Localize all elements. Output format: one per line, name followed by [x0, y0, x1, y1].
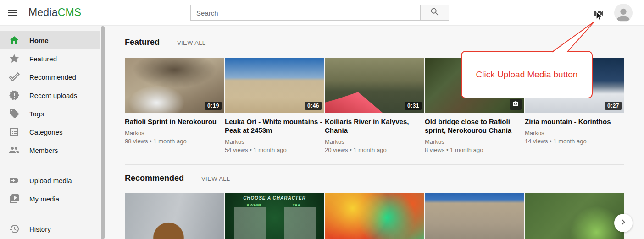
app-logo[interactable]: MediaCMS: [28, 6, 81, 19]
upload-media-icon[interactable]: [593, 8, 604, 19]
video-thumbnail[interactable]: [325, 193, 424, 239]
duration-badge: 0:46: [305, 102, 322, 110]
duration-badge: 0:31: [405, 102, 422, 110]
view-all-link[interactable]: VIEW ALL: [201, 175, 230, 182]
sidebar-item-label: Recent uploads: [29, 92, 77, 99]
video-card[interactable]: [325, 193, 424, 239]
video-author[interactable]: Markos: [125, 130, 224, 136]
video-card[interactable]: 0:31 Koiliaris River in Kalyves, Chania …: [325, 58, 424, 153]
instruction-tooltip: Click Upload Media button: [461, 51, 593, 98]
search-icon: [430, 7, 440, 19]
recommended-row: CHOOSE A CHARACTER KWAME YAA Selected Se…: [125, 193, 624, 239]
sidebar-item-my-media[interactable]: My media: [0, 190, 100, 208]
video-card[interactable]: 0:46 Leuka Ori - White mountains - Peak …: [225, 58, 324, 153]
star-icon: [9, 53, 20, 64]
list-icon: [9, 126, 20, 137]
home-icon: [9, 35, 20, 46]
search-button[interactable]: [420, 5, 449, 21]
video-title[interactable]: Koiliaris River in Kalyves, Chania: [325, 117, 424, 135]
check-icon: [9, 71, 20, 82]
video-call-icon: [9, 175, 20, 186]
new-releases-icon: [9, 90, 20, 101]
sidebar-item-label: Categories: [29, 128, 63, 136]
chevron-right-icon: [618, 217, 628, 229]
video-thumbnail[interactable]: [125, 193, 224, 239]
sidebar-item-home[interactable]: Home: [0, 31, 100, 49]
video-thumbnail[interactable]: 0:19: [125, 58, 224, 113]
thumbnail-text: KWAME: [239, 203, 270, 207]
recommended-section: Recommended VIEW ALL CHOOSE A CHARACTER …: [105, 174, 644, 239]
sidebar-item-label: Recommended: [29, 73, 76, 81]
thumbnail-text: YAA: [281, 203, 312, 207]
section-divider: [125, 164, 624, 165]
video-library-icon: [9, 193, 20, 204]
video-thumbnail[interactable]: CHOOSE A CHARACTER KWAME YAA Selected Se…: [225, 193, 324, 239]
video-card[interactable]: 0:19 Rafioli Sprint in Nerokourou Markos…: [125, 58, 224, 153]
video-meta: 20 views • 1 month ago: [325, 147, 424, 153]
video-card[interactable]: CHOOSE A CHARACTER KWAME YAA Selected Se…: [225, 193, 324, 239]
sidebar-item-label: Upload media: [29, 177, 72, 185]
history-icon: [9, 223, 20, 234]
sidebar-item-members[interactable]: Members: [0, 141, 100, 159]
video-thumbnail[interactable]: 0:31: [325, 58, 424, 113]
search-input[interactable]: [190, 5, 421, 21]
sidebar-item-recent-uploads[interactable]: Recent uploads: [0, 86, 100, 104]
video-author[interactable]: Markos: [225, 138, 324, 145]
sidebar-scrollbar[interactable]: [101, 26, 105, 239]
tooltip-text: Click Upload Media button: [476, 70, 578, 80]
video-meta: 8 views • 1 month ago: [425, 147, 524, 153]
video-author[interactable]: Markos: [425, 138, 524, 145]
sidebar-item-label: My media: [29, 195, 59, 203]
sidebar: Home Featured Recommended Recent uploads…: [0, 26, 100, 239]
duration-badge: 0:19: [205, 102, 222, 110]
video-meta: 14 views • 1 month ago: [525, 138, 624, 145]
top-bar: MediaCMS: [0, 0, 644, 26]
video-card[interactable]: [525, 193, 624, 239]
video-meta: 54 views • 1 month ago: [225, 147, 324, 153]
video-meta: 98 views • 1 month ago: [125, 138, 224, 145]
video-thumbnail[interactable]: 0:46: [225, 58, 324, 113]
sidebar-item-upload-media[interactable]: Upload media: [0, 171, 100, 190]
video-author[interactable]: Markos: [325, 138, 424, 145]
person-icon: [614, 5, 633, 22]
sidebar-item-label: Featured: [29, 55, 57, 63]
sidebar-item-label: History: [29, 225, 51, 233]
tag-icon: [9, 108, 20, 119]
sidebar-item-recommended[interactable]: Recommended: [0, 68, 100, 86]
view-all-link[interactable]: VIEW ALL: [177, 39, 205, 46]
photo-camera-icon: [510, 99, 522, 110]
sidebar-item-label: Members: [29, 147, 58, 154]
video-card[interactable]: [425, 193, 524, 239]
section-title: Featured: [125, 38, 160, 47]
video-title[interactable]: Old bridge close to Rafioli sprint, Nero…: [425, 117, 524, 135]
sidebar-item-tags[interactable]: Tags: [0, 104, 100, 123]
user-avatar[interactable]: [614, 4, 633, 22]
logo-cms: CMS: [58, 6, 82, 18]
search-bar: [190, 5, 449, 21]
video-title[interactable]: Leuka Ori - White mountains - Peak at 24…: [225, 117, 324, 135]
sidebar-item-label: Home: [29, 37, 49, 44]
carousel-next-button[interactable]: [614, 214, 633, 232]
people-icon: [9, 145, 20, 156]
logo-media: Media: [28, 6, 58, 18]
thumbnail-text: CHOOSE A CHARACTER: [225, 196, 324, 201]
sidebar-item-featured[interactable]: Featured: [0, 49, 100, 68]
sidebar-divider: [0, 170, 100, 170]
video-thumbnail[interactable]: [425, 193, 524, 239]
section-title: Recommended: [125, 174, 184, 183]
duration-badge: 0:27: [605, 102, 622, 110]
video-title[interactable]: Ziria mountain - Korinthos: [525, 117, 624, 126]
video-title[interactable]: Rafioli Sprint in Nerokourou: [125, 117, 224, 126]
hamburger-menu-icon[interactable]: [7, 7, 18, 18]
video-thumbnail[interactable]: [525, 193, 624, 239]
sidebar-item-history[interactable]: History: [0, 220, 100, 238]
video-author[interactable]: Markos: [525, 130, 624, 136]
sidebar-divider: [0, 215, 100, 215]
sidebar-item-categories[interactable]: Categories: [0, 123, 100, 141]
sidebar-item-label: Tags: [29, 110, 44, 118]
video-card[interactable]: [125, 193, 224, 239]
